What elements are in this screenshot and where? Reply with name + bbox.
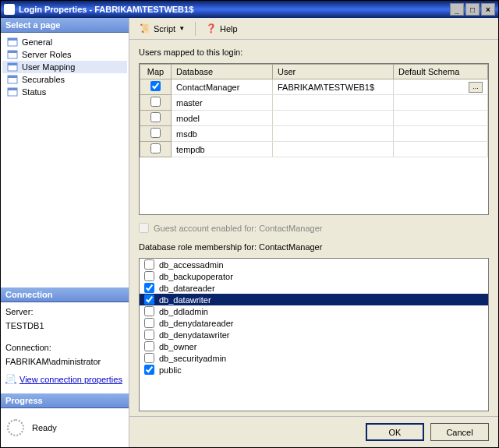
role-checkbox[interactable]	[144, 318, 154, 328]
map-checkbox[interactable]	[150, 81, 161, 91]
role-name: db_backupoperator	[159, 272, 233, 281]
col-user[interactable]: User	[273, 65, 394, 79]
user-cell	[273, 95, 394, 111]
page-label: General	[22, 37, 52, 47]
page-label: Status	[22, 87, 46, 97]
role-membership-label: Database role membership for: ContactMan…	[139, 242, 489, 252]
role-name: db_securityadmin	[159, 354, 226, 363]
role-checkbox[interactable]	[144, 271, 154, 281]
progress-spinner-icon	[7, 419, 24, 436]
table-row[interactable]: ContactManagerFABRIKAM\TESTWEB1$...	[140, 79, 488, 95]
col-database[interactable]: Database	[172, 65, 273, 79]
help-icon: ❓	[206, 23, 217, 34]
role-item[interactable]: db_datareader	[140, 282, 488, 294]
table-row[interactable]: msdb	[140, 126, 488, 142]
role-item[interactable]: db_owner	[140, 340, 488, 352]
role-checkbox[interactable]	[144, 259, 154, 270]
guest-checkbox	[139, 223, 149, 233]
view-connection-properties-link[interactable]: 📄 View connection properties	[5, 374, 122, 384]
connection-header: Connection	[1, 287, 129, 302]
guest-label: Guest account enabled for: ContactManage…	[154, 224, 322, 233]
role-name: db_accessadmin	[159, 260, 224, 270]
page-item-status[interactable]: Status	[2, 86, 127, 98]
database-cell: model	[172, 111, 273, 126]
database-cell: master	[172, 95, 273, 111]
role-checkbox[interactable]	[144, 330, 154, 340]
role-checkbox[interactable]	[144, 365, 154, 375]
table-row[interactable]: master	[140, 95, 488, 111]
map-checkbox[interactable]	[150, 143, 161, 153]
table-row[interactable]: model	[140, 111, 488, 126]
svg-rect-5	[8, 63, 17, 65]
map-checkbox[interactable]	[150, 97, 161, 107]
user-cell	[273, 142, 394, 157]
schema-cell	[394, 111, 488, 126]
schema-cell	[394, 142, 488, 157]
role-item[interactable]: db_datawriter	[140, 294, 488, 305]
map-checkbox[interactable]	[150, 112, 161, 122]
page-label: Server Roles	[22, 50, 72, 59]
role-item[interactable]: db_backupoperator	[140, 270, 488, 282]
page-item-securables[interactable]: Securables	[2, 73, 127, 86]
schema-cell: ...	[394, 79, 488, 95]
help-label: Help	[220, 24, 238, 34]
script-icon: 📜	[140, 23, 150, 34]
schema-cell	[394, 126, 488, 142]
minimize-button[interactable]: _	[450, 3, 464, 16]
page-item-general[interactable]: General	[2, 36, 127, 48]
connection-label: Connection:	[5, 343, 124, 352]
role-item[interactable]: db_denydatareader	[140, 317, 488, 329]
page-label: Securables	[22, 75, 65, 84]
users-mapped-label: Users mapped to this login:	[139, 48, 489, 57]
app-icon	[4, 4, 15, 15]
window-title: Login Properties - FABRIKAM\TESTWEB1$	[19, 5, 193, 14]
role-name: public	[159, 365, 182, 375]
role-name: db_ddladmin	[159, 307, 208, 316]
cancel-button[interactable]: Cancel	[430, 423, 489, 441]
role-checkbox[interactable]	[144, 295, 154, 305]
help-button[interactable]: ❓ Help	[200, 21, 243, 37]
table-row[interactable]: tempdb	[140, 142, 488, 157]
properties-icon: 📄	[5, 374, 16, 384]
role-item[interactable]: db_accessadmin	[140, 259, 488, 270]
role-item[interactable]: public	[140, 364, 488, 376]
role-checkbox[interactable]	[144, 283, 154, 293]
role-checkbox[interactable]	[144, 341, 154, 351]
page-item-user-mapping[interactable]: User Mapping	[2, 61, 127, 73]
chevron-down-icon[interactable]: ▼	[179, 25, 185, 32]
schema-browse-button[interactable]: ...	[469, 82, 483, 93]
user-mapping-table[interactable]: Map Database User Default Schema Contact…	[139, 63, 489, 215]
svg-rect-7	[8, 76, 17, 78]
svg-rect-1	[8, 38, 17, 41]
close-button[interactable]: ×	[481, 3, 495, 16]
role-name: db_owner	[159, 342, 196, 351]
page-icon	[7, 50, 18, 59]
svg-rect-9	[8, 88, 17, 90]
ok-button[interactable]: OK	[366, 423, 424, 441]
role-checkbox[interactable]	[144, 353, 154, 363]
role-checkbox[interactable]	[144, 306, 154, 316]
col-map[interactable]: Map	[140, 65, 172, 79]
user-cell	[273, 111, 394, 126]
page-item-server-roles[interactable]: Server Roles	[2, 48, 127, 61]
script-button[interactable]: 📜 Script ▼	[134, 21, 190, 37]
role-item[interactable]: db_securityadmin	[140, 352, 488, 364]
guest-account-checkbox: Guest account enabled for: ContactManage…	[139, 223, 489, 233]
map-checkbox[interactable]	[150, 128, 161, 138]
server-label: Server:	[5, 307, 124, 316]
role-name: db_datareader	[159, 284, 215, 293]
role-item[interactable]: db_ddladmin	[140, 305, 488, 317]
page-label: User Mapping	[22, 62, 75, 72]
toolbar-divider	[195, 22, 196, 36]
database-cell: msdb	[172, 126, 273, 142]
maximize-button[interactable]: □	[465, 3, 480, 16]
user-cell: FABRIKAM\TESTWEB1$	[273, 79, 394, 95]
database-cell: ContactManager	[172, 79, 273, 95]
page-icon	[7, 87, 18, 97]
role-item[interactable]: db_denydatawriter	[140, 329, 488, 340]
schema-cell	[394, 95, 488, 111]
titlebar: Login Properties - FABRIKAM\TESTWEB1$ _ …	[1, 1, 498, 18]
roles-listbox[interactable]: db_accessadmindb_backupoperatordb_datare…	[139, 258, 489, 411]
col-schema[interactable]: Default Schema	[394, 65, 488, 79]
progress-header: Progress	[1, 393, 129, 408]
